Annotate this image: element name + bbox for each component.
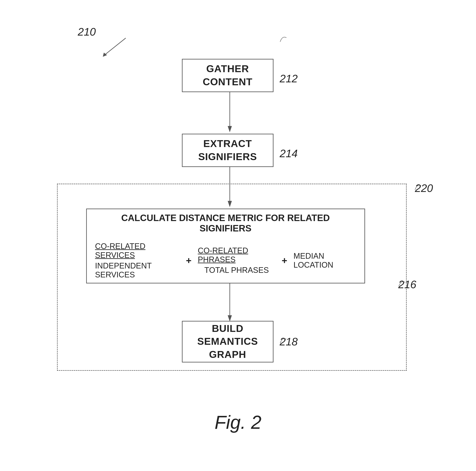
build-semantics-box: BUILD SEMANTICS GRAPH bbox=[182, 321, 273, 362]
distance-title: CALCULATE DISTANCE METRIC FOR RELATED SI… bbox=[95, 213, 356, 233]
fraction-services-den: INDEPENDENT SERVICES bbox=[95, 260, 180, 279]
ref-arrow-210 bbox=[95, 34, 136, 61]
fraction-services: CO-RELATED SERVICES INDEPENDENT SERVICES bbox=[95, 242, 180, 279]
gather-content-label: GATHER CONTENT bbox=[183, 62, 273, 88]
arrow-gather-to-extract bbox=[223, 92, 236, 135]
arrow-distance-to-semantics bbox=[223, 283, 236, 325]
diagram-container: 210 GATHER CONTENT 212 EXTRACT SIGNIFIER… bbox=[40, 17, 436, 454]
median-location: MEDIAN LOCATION bbox=[293, 252, 356, 270]
plus-sign-1: + bbox=[186, 255, 191, 266]
ref-tick-220 bbox=[413, 181, 423, 192]
extract-signifiers-label: EXTRACT SIGNIFIERS bbox=[183, 137, 273, 163]
ref-tick-212 bbox=[278, 33, 289, 44]
ref-label-210: 210 bbox=[78, 26, 96, 38]
build-semantics-label: BUILD SEMANTICS GRAPH bbox=[183, 322, 273, 361]
extract-signifiers-box: EXTRACT SIGNIFIERS bbox=[182, 134, 273, 167]
ref-label-214: 214 bbox=[280, 147, 298, 160]
distance-formula: CO-RELATED SERVICES INDEPENDENT SERVICES… bbox=[95, 242, 356, 279]
fraction-services-num: CO-RELATED SERVICES bbox=[95, 242, 180, 260]
fraction-phrases-num: CO-RELATED PHRASES bbox=[198, 246, 275, 265]
svg-marker-7 bbox=[228, 315, 232, 322]
svg-line-0 bbox=[105, 38, 126, 55]
ref-tick-218 bbox=[278, 335, 289, 345]
fraction-phrases-den: TOTAL PHRASES bbox=[204, 265, 269, 275]
ref-tick-216 bbox=[397, 278, 407, 288]
plus-sign-2: + bbox=[282, 255, 287, 266]
svg-marker-3 bbox=[228, 126, 232, 132]
gather-content-box: GATHER CONTENT bbox=[182, 59, 273, 92]
figure-label: Fig. 2 bbox=[215, 412, 261, 433]
fraction-phrases: CO-RELATED PHRASES TOTAL PHRASES bbox=[198, 246, 275, 275]
ref-label-212: 212 bbox=[280, 72, 298, 85]
calculate-distance-box: CALCULATE DISTANCE METRIC FOR RELATED SI… bbox=[86, 209, 365, 283]
